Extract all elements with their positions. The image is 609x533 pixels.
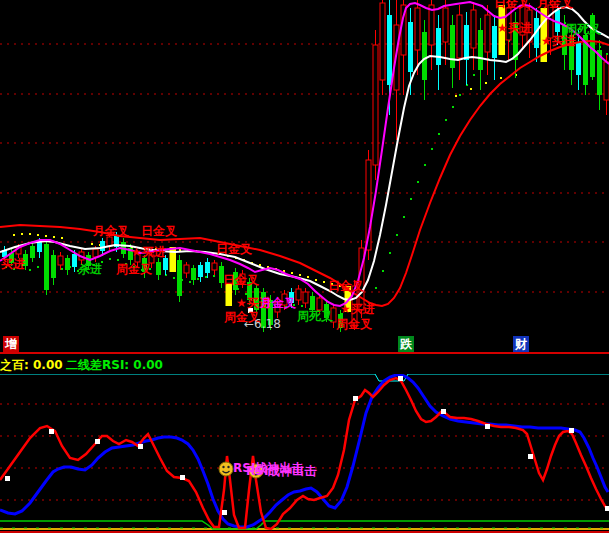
node-marker [398, 376, 403, 381]
panel-top-border [0, 374, 609, 381]
yellow-dot-ma [323, 281, 325, 283]
rsi-line-blue [0, 375, 608, 527]
candle-down [51, 255, 56, 278]
node-marker [222, 510, 227, 515]
candle-down [310, 296, 315, 310]
candle-up [604, 62, 609, 100]
yellow-dot-ma [45, 235, 47, 237]
node-marker [180, 475, 185, 480]
candle-cyan [72, 254, 77, 267]
green-dot-ma [459, 94, 461, 96]
signal-label: 日金叉 [328, 279, 364, 293]
status-badge-zeng[interactable]: 增 [3, 336, 19, 352]
candle-up [303, 292, 308, 303]
node-marker [138, 444, 143, 449]
signal-label: ★买进 [497, 21, 532, 35]
candle-cyan [387, 15, 392, 85]
yellow-dot-ma [299, 274, 301, 276]
green-dot-ma [606, 53, 608, 55]
candle-up [184, 265, 189, 273]
candle-up [429, 5, 434, 45]
green-dot-ma [213, 275, 215, 277]
candle-up [485, 15, 490, 52]
green-dot-ma [375, 287, 377, 289]
trading-app-chart-window: 月金叉日金叉★买进买进杀进周金叉日金叉日金叉★买进周金叉月金叉周死叉日金叉★买进… [0, 0, 609, 533]
green-dot-ma [245, 293, 247, 295]
candle-up [415, 8, 420, 50]
candle-up [58, 256, 63, 265]
signal-label: 周死叉 [296, 309, 333, 323]
candle-up [471, 10, 476, 48]
signal-label: 月金叉 [259, 296, 296, 310]
yellow-dot-ma [37, 234, 39, 236]
green-dot-ma [424, 164, 426, 166]
green-dot-ma [117, 259, 119, 261]
rsi-line-red [0, 378, 608, 529]
signal-label: 买进 [1, 257, 25, 271]
node-marker [485, 424, 490, 429]
rsi-indicator-panel[interactable]: RSI战神出击RSI战神出击 [0, 374, 609, 533]
candle-up [380, 3, 385, 80]
signal-label: 日金叉 [223, 273, 259, 287]
candle-down [30, 246, 35, 258]
green-dot-ma [473, 74, 475, 76]
smiley-eye [222, 466, 224, 468]
node-marker [5, 476, 10, 481]
green-dot-ma [61, 268, 63, 270]
green-dot-ma [205, 276, 207, 278]
candle-up [107, 237, 112, 246]
yellow-dot-ma [53, 236, 55, 238]
node-marker [95, 439, 100, 444]
candle-down [450, 25, 455, 68]
node-marker [569, 428, 574, 433]
signal-label: ★买进 [340, 302, 375, 316]
candle-cyan [408, 22, 413, 72]
signal-label: 月金叉 [536, 0, 573, 10]
signal-label: ★买进 [541, 34, 576, 48]
yellow-dot-ma [485, 82, 487, 84]
candle-cyan [100, 241, 105, 251]
green-dot-ma [417, 181, 419, 183]
green-dot-ma [396, 234, 398, 236]
green-dot-ma [438, 133, 440, 135]
node-marker [353, 396, 358, 401]
signal-label: 日金叉 [141, 224, 177, 238]
candle-down [177, 260, 182, 296]
candle-down [156, 262, 161, 275]
candlestick-chart[interactable]: 月金叉日金叉★买进买进杀进周金叉日金叉日金叉★买进周金叉月金叉周死叉日金叉★买进… [0, 0, 609, 334]
candle-down [44, 244, 49, 290]
price-callout: ←6.18 [244, 317, 281, 331]
candle-cyan [436, 28, 441, 65]
candle-cyan [37, 242, 42, 252]
candle-down [478, 30, 483, 70]
yellow-dot-ma [291, 272, 293, 274]
yellow-dot-ma [91, 243, 93, 245]
green-dot-ma [410, 198, 412, 200]
yellow-dot-ma [455, 95, 457, 97]
signal-label: 周死叉 [564, 22, 601, 36]
node-marker [441, 409, 446, 414]
smiley-eye [227, 466, 229, 468]
signal-label: 日金叉 [494, 0, 530, 10]
candle-cyan [464, 25, 469, 60]
candle-cyan [576, 42, 581, 75]
green-dot-ma [173, 277, 175, 279]
candle-up [373, 45, 378, 165]
yellow-dot-ma [470, 88, 472, 90]
signal-label: 周金叉 [335, 317, 372, 331]
candle-highlight [226, 284, 233, 306]
node-marker [528, 454, 533, 459]
node-marker [49, 429, 54, 434]
green-dot-ma [301, 305, 303, 307]
yellow-dot-ma [29, 233, 31, 235]
yellow-dot-ma [307, 276, 309, 278]
status-badge-cai[interactable]: 财 [513, 336, 529, 352]
signal-label: ★买进 [131, 245, 166, 259]
indicator-value-percent: 之百: 0.00 [0, 357, 63, 374]
status-badge-die[interactable]: 跌 [398, 336, 414, 352]
candle-down [65, 258, 70, 270]
candle-up [296, 289, 301, 300]
green-dot-ma [189, 281, 191, 283]
green-dot-ma [37, 266, 39, 268]
green-dot-ma [403, 216, 405, 218]
